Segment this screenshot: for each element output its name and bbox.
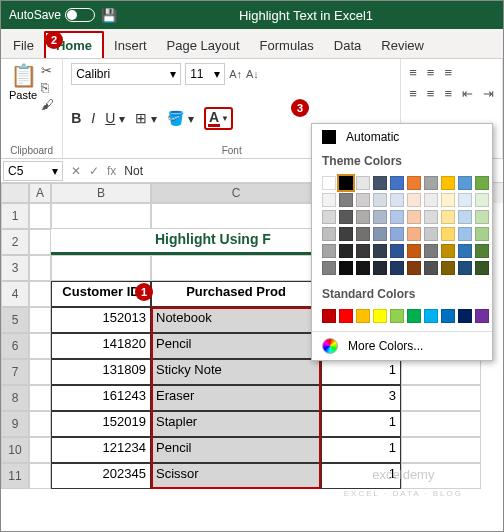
color-swatch[interactable]	[356, 227, 370, 241]
color-swatch[interactable]	[390, 193, 404, 207]
row-header[interactable]: 7	[1, 359, 29, 385]
tab-formulas[interactable]: Formulas	[250, 33, 324, 58]
cell-qty[interactable]: 1	[321, 359, 401, 385]
cell-id[interactable]: 152013	[51, 307, 151, 333]
color-swatch[interactable]	[390, 309, 404, 323]
row-header[interactable]: 10	[1, 437, 29, 463]
sheet-title[interactable]	[51, 229, 151, 255]
automatic-color[interactable]: Automatic	[312, 124, 492, 150]
color-swatch[interactable]	[458, 176, 472, 190]
formula-value[interactable]: Not	[124, 164, 143, 178]
underline-button[interactable]: U ▾	[105, 110, 125, 126]
align-middle-icon[interactable]: ≡	[427, 65, 435, 80]
row-header[interactable]: 2	[1, 229, 29, 255]
color-swatch[interactable]	[407, 176, 421, 190]
color-swatch[interactable]	[407, 193, 421, 207]
color-swatch[interactable]	[407, 210, 421, 224]
color-swatch[interactable]	[407, 261, 421, 275]
color-swatch[interactable]	[441, 193, 455, 207]
row-header[interactable]: 6	[1, 333, 29, 359]
increase-font-icon[interactable]: A↑	[229, 68, 242, 80]
paste-button[interactable]: 📋 Paste	[9, 63, 37, 112]
copy-icon[interactable]: ⎘	[41, 80, 54, 95]
align-top-icon[interactable]: ≡	[409, 65, 417, 80]
autosave-toggle[interactable]: AutoSave	[9, 8, 95, 22]
color-swatch[interactable]	[407, 244, 421, 258]
font-size-select[interactable]: 11▾	[185, 63, 225, 85]
color-swatch[interactable]	[458, 227, 472, 241]
color-swatch[interactable]	[424, 261, 438, 275]
color-swatch[interactable]	[356, 244, 370, 258]
color-swatch[interactable]	[322, 210, 336, 224]
align-left-icon[interactable]: ≡	[409, 86, 417, 101]
row-header[interactable]: 11	[1, 463, 29, 489]
select-all-corner[interactable]	[1, 183, 29, 203]
tab-insert[interactable]: Insert	[104, 33, 157, 58]
color-swatch[interactable]	[339, 193, 353, 207]
color-swatch[interactable]	[339, 244, 353, 258]
color-swatch[interactable]	[458, 261, 472, 275]
bold-button[interactable]: B	[71, 110, 81, 126]
fx-icon[interactable]: fx	[107, 164, 116, 178]
color-swatch[interactable]	[339, 227, 353, 241]
tab-review[interactable]: Review	[371, 33, 434, 58]
color-swatch[interactable]	[322, 261, 336, 275]
color-swatch[interactable]	[407, 309, 421, 323]
color-swatch[interactable]	[441, 244, 455, 258]
format-painter-icon[interactable]: 🖌	[41, 97, 54, 112]
cell-product[interactable]: Scissor	[151, 463, 321, 489]
save-icon[interactable]: 💾	[101, 8, 117, 23]
color-swatch[interactable]	[424, 193, 438, 207]
row-header[interactable]: 3	[1, 255, 29, 281]
color-swatch[interactable]	[373, 193, 387, 207]
italic-button[interactable]: I	[91, 110, 95, 126]
cell-qty[interactable]: 1	[321, 463, 401, 489]
cell-id[interactable]: 161243	[51, 385, 151, 411]
cell-product[interactable]: Sticky Note	[151, 359, 321, 385]
cell-qty[interactable]: 1	[321, 437, 401, 463]
color-swatch[interactable]	[441, 176, 455, 190]
color-swatch[interactable]	[441, 309, 455, 323]
color-swatch[interactable]	[424, 210, 438, 224]
color-swatch[interactable]	[322, 193, 336, 207]
color-swatch[interactable]	[373, 176, 387, 190]
color-swatch[interactable]	[390, 176, 404, 190]
color-swatch[interactable]	[322, 309, 336, 323]
col-header-b[interactable]: B	[51, 183, 151, 203]
cell-qty[interactable]: 3	[321, 385, 401, 411]
enter-icon[interactable]: ✓	[89, 164, 99, 178]
fill-color-button[interactable]: 🪣 ▾	[167, 110, 194, 126]
name-box[interactable]: C5▾	[3, 161, 63, 181]
color-swatch[interactable]	[373, 227, 387, 241]
color-swatch[interactable]	[475, 244, 489, 258]
cell-id[interactable]: 152019	[51, 411, 151, 437]
color-swatch[interactable]	[339, 176, 353, 190]
cell-product[interactable]: Stapler	[151, 411, 321, 437]
header-product[interactable]: Purchased Prod	[151, 281, 321, 307]
decrease-font-icon[interactable]: A↓	[246, 68, 259, 80]
align-center-icon[interactable]: ≡	[427, 86, 435, 101]
tab-page-layout[interactable]: Page Layout	[157, 33, 250, 58]
color-swatch[interactable]	[441, 261, 455, 275]
col-header-a[interactable]: A	[29, 183, 51, 203]
cancel-icon[interactable]: ✕	[71, 164, 81, 178]
cell-product[interactable]: Eraser	[151, 385, 321, 411]
color-swatch[interactable]	[322, 244, 336, 258]
color-swatch[interactable]	[339, 261, 353, 275]
color-swatch[interactable]	[339, 210, 353, 224]
more-colors[interactable]: More Colors...	[312, 332, 492, 360]
col-header-c[interactable]: C	[151, 183, 321, 203]
font-name-select[interactable]: Calibri▾	[71, 63, 181, 85]
color-swatch[interactable]	[441, 227, 455, 241]
color-swatch[interactable]	[458, 193, 472, 207]
color-swatch[interactable]	[390, 244, 404, 258]
color-swatch[interactable]	[390, 227, 404, 241]
cell-product[interactable]: Notebook	[151, 307, 321, 333]
color-swatch[interactable]	[475, 309, 489, 323]
cell-product[interactable]: Pencil	[151, 437, 321, 463]
tab-data[interactable]: Data	[324, 33, 371, 58]
tab-file[interactable]: File	[3, 33, 44, 58]
color-swatch[interactable]	[441, 210, 455, 224]
color-swatch[interactable]	[458, 244, 472, 258]
row-header[interactable]: 9	[1, 411, 29, 437]
